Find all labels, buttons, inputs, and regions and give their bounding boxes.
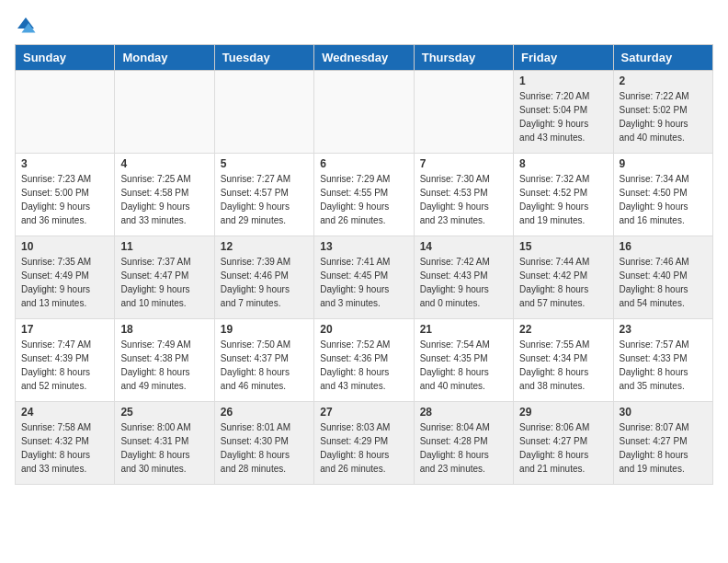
day-number: 22 [519,323,607,336]
day-detail: Sunrise: 7:27 AM Sunset: 4:57 PM Dayligh… [221,172,308,227]
day-number: 9 [620,157,707,170]
calendar-day-cell: 25Sunrise: 8:00 AM Sunset: 4:31 PM Dayli… [115,402,214,485]
calendar-day-cell: 14Sunrise: 7:42 AM Sunset: 4:43 PM Dayli… [414,236,513,319]
day-detail: Sunrise: 7:30 AM Sunset: 4:53 PM Dayligh… [420,172,507,227]
calendar-week-row: 10Sunrise: 7:35 AM Sunset: 4:49 PM Dayli… [16,236,713,319]
day-number: 5 [221,157,308,170]
calendar-day-cell: 6Sunrise: 7:29 AM Sunset: 4:55 PM Daylig… [314,154,414,236]
calendar-day-cell: 12Sunrise: 7:39 AM Sunset: 4:46 PM Dayli… [214,236,313,319]
day-detail: Sunrise: 8:04 AM Sunset: 4:28 PM Dayligh… [420,420,507,476]
calendar-day-cell: 11Sunrise: 7:37 AM Sunset: 4:47 PM Dayli… [115,236,214,319]
calendar-day-cell: 3Sunrise: 7:23 AM Sunset: 5:00 PM Daylig… [16,154,115,236]
day-number: 16 [620,240,707,253]
calendar-day-cell [314,71,414,154]
day-detail: Sunrise: 7:47 AM Sunset: 4:39 PM Dayligh… [21,338,108,393]
day-number: 4 [120,157,208,170]
day-detail: Sunrise: 8:01 AM Sunset: 4:30 PM Dayligh… [221,420,308,476]
calendar-day-cell: 7Sunrise: 7:30 AM Sunset: 4:53 PM Daylig… [414,154,513,236]
day-detail: Sunrise: 8:07 AM Sunset: 4:27 PM Dayligh… [620,420,707,476]
day-detail: Sunrise: 7:55 AM Sunset: 4:34 PM Dayligh… [519,338,607,393]
day-number: 3 [21,157,108,170]
calendar-day-cell: 26Sunrise: 8:01 AM Sunset: 4:30 PM Dayli… [214,402,313,485]
calendar-day-cell [115,71,214,154]
calendar-day-cell: 28Sunrise: 8:04 AM Sunset: 4:28 PM Dayli… [414,402,513,485]
calendar-day-cell: 27Sunrise: 8:03 AM Sunset: 4:29 PM Dayli… [314,402,414,485]
calendar-day-cell: 19Sunrise: 7:50 AM Sunset: 4:37 PM Dayli… [214,319,313,402]
day-detail: Sunrise: 7:46 AM Sunset: 4:40 PM Dayligh… [620,255,707,310]
day-detail: Sunrise: 7:29 AM Sunset: 4:55 PM Dayligh… [320,172,407,227]
calendar-day-cell: 15Sunrise: 7:44 AM Sunset: 4:42 PM Dayli… [514,236,613,319]
day-detail: Sunrise: 8:06 AM Sunset: 4:27 PM Dayligh… [519,420,607,476]
day-detail: Sunrise: 7:25 AM Sunset: 4:58 PM Dayligh… [120,172,208,227]
day-detail: Sunrise: 7:35 AM Sunset: 4:49 PM Dayligh… [21,255,108,310]
calendar-body: 1Sunrise: 7:20 AM Sunset: 5:04 PM Daylig… [16,71,713,485]
day-number: 13 [320,240,407,253]
day-detail: Sunrise: 7:41 AM Sunset: 4:45 PM Dayligh… [320,255,407,310]
calendar-day-cell: 16Sunrise: 7:46 AM Sunset: 4:40 PM Dayli… [613,236,712,319]
calendar-day-cell: 1Sunrise: 7:20 AM Sunset: 5:04 PM Daylig… [514,71,613,154]
calendar-day-cell: 9Sunrise: 7:34 AM Sunset: 4:50 PM Daylig… [613,154,712,236]
day-detail: Sunrise: 8:00 AM Sunset: 4:31 PM Dayligh… [120,420,208,476]
day-detail: Sunrise: 7:58 AM Sunset: 4:32 PM Dayligh… [21,420,108,476]
calendar-day-cell: 21Sunrise: 7:54 AM Sunset: 4:35 PM Dayli… [414,319,513,402]
day-number: 19 [221,323,308,336]
day-detail: Sunrise: 7:22 AM Sunset: 5:02 PM Dayligh… [620,89,707,144]
logo-icon [15,15,37,37]
day-number: 11 [120,240,208,253]
day-of-week-header: Thursday [414,45,513,71]
calendar-day-cell: 22Sunrise: 7:55 AM Sunset: 4:34 PM Dayli… [514,319,613,402]
calendar-week-row: 17Sunrise: 7:47 AM Sunset: 4:39 PM Dayli… [16,319,713,402]
day-of-week-header: Monday [115,45,214,71]
calendar-day-cell: 2Sunrise: 7:22 AM Sunset: 5:02 PM Daylig… [613,71,712,154]
day-number: 15 [519,240,607,253]
day-number: 8 [519,157,607,170]
day-detail: Sunrise: 7:37 AM Sunset: 4:47 PM Dayligh… [120,255,208,310]
day-number: 2 [620,75,707,87]
day-detail: Sunrise: 7:32 AM Sunset: 4:52 PM Dayligh… [519,172,607,227]
day-of-week-header: Friday [514,45,613,71]
day-number: 14 [420,240,507,253]
day-of-week-header: Tuesday [214,45,313,71]
day-detail: Sunrise: 7:57 AM Sunset: 4:33 PM Dayligh… [620,338,707,393]
day-number: 18 [120,323,208,336]
calendar-day-cell: 8Sunrise: 7:32 AM Sunset: 4:52 PM Daylig… [514,154,613,236]
day-number: 29 [519,406,607,419]
day-number: 23 [620,323,707,336]
calendar-day-cell: 20Sunrise: 7:52 AM Sunset: 4:36 PM Dayli… [314,319,414,402]
day-number: 17 [21,323,108,336]
calendar-day-cell: 29Sunrise: 8:06 AM Sunset: 4:27 PM Dayli… [514,402,613,485]
day-detail: Sunrise: 7:20 AM Sunset: 5:04 PM Dayligh… [519,89,607,144]
day-number: 25 [120,406,208,419]
day-detail: Sunrise: 7:42 AM Sunset: 4:43 PM Dayligh… [420,255,507,310]
calendar-day-cell: 13Sunrise: 7:41 AM Sunset: 4:45 PM Dayli… [314,236,414,319]
calendar-day-cell: 23Sunrise: 7:57 AM Sunset: 4:33 PM Dayli… [613,319,712,402]
day-detail: Sunrise: 7:34 AM Sunset: 4:50 PM Dayligh… [620,172,707,227]
day-number: 30 [620,406,707,419]
day-detail: Sunrise: 7:52 AM Sunset: 4:36 PM Dayligh… [320,338,407,393]
day-number: 27 [320,406,407,419]
calendar-day-cell: 10Sunrise: 7:35 AM Sunset: 4:49 PM Dayli… [16,236,115,319]
calendar-day-cell: 5Sunrise: 7:27 AM Sunset: 4:57 PM Daylig… [214,154,313,236]
day-of-week-header: Saturday [613,45,712,71]
day-of-week-header: Sunday [16,45,115,71]
calendar-table: SundayMondayTuesdayWednesdayThursdayFrid… [15,44,713,485]
calendar-day-cell [16,71,115,154]
day-number: 12 [221,240,308,253]
calendar-day-cell: 18Sunrise: 7:49 AM Sunset: 4:38 PM Dayli… [115,319,214,402]
day-of-week-header: Wednesday [314,45,414,71]
logo [15,15,40,37]
day-detail: Sunrise: 7:23 AM Sunset: 5:00 PM Dayligh… [21,172,108,227]
day-number: 21 [420,323,507,336]
day-detail: Sunrise: 7:44 AM Sunset: 4:42 PM Dayligh… [519,255,607,310]
day-detail: Sunrise: 7:39 AM Sunset: 4:46 PM Dayligh… [221,255,308,310]
calendar-day-cell: 30Sunrise: 8:07 AM Sunset: 4:27 PM Dayli… [613,402,712,485]
calendar-week-row: 1Sunrise: 7:20 AM Sunset: 5:04 PM Daylig… [16,71,713,154]
calendar-day-cell [214,71,313,154]
day-detail: Sunrise: 7:54 AM Sunset: 4:35 PM Dayligh… [420,338,507,393]
calendar-header-row: SundayMondayTuesdayWednesdayThursdayFrid… [16,45,713,71]
calendar-week-row: 3Sunrise: 7:23 AM Sunset: 5:00 PM Daylig… [16,154,713,236]
calendar-day-cell: 24Sunrise: 7:58 AM Sunset: 4:32 PM Dayli… [16,402,115,485]
day-detail: Sunrise: 7:49 AM Sunset: 4:38 PM Dayligh… [120,338,208,393]
day-number: 7 [420,157,507,170]
day-number: 26 [221,406,308,419]
